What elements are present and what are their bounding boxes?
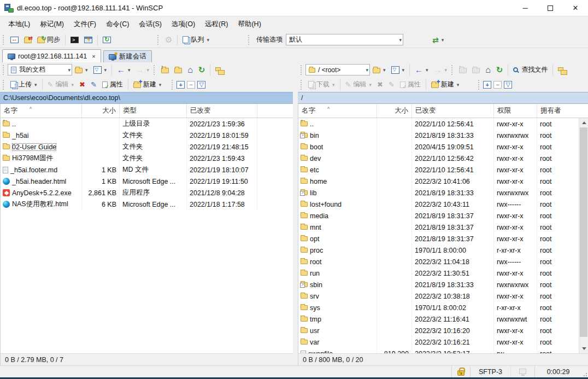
remote-new-button[interactable]: 新建▾ (428, 78, 462, 91)
remote-select-button[interactable]: + (483, 81, 491, 89)
local-properties-button[interactable]: 属性 (99, 78, 126, 91)
column-header-changed[interactable]: 已改变 (187, 104, 257, 118)
remote-directory-combo[interactable]: / <root> ▾ (305, 64, 370, 75)
file-row[interactable]: _h5ai.header.html 1 KB Microsoft Edge ..… (1, 176, 293, 187)
file-row[interactable]: run 2022/3/2 11:30:51 rwxr-xr-x root (298, 267, 579, 279)
remote-unselect-button[interactable]: − (493, 81, 502, 89)
menu-item[interactable]: 文件(F) (69, 18, 101, 31)
local-forward-button[interactable]: →▾ (133, 64, 152, 75)
file-row[interactable]: lib 2021/8/19 18:31:33 rwxrwxrwx root (298, 187, 579, 199)
session-duration[interactable]: 0:00:29 (534, 366, 581, 377)
file-row[interactable]: tmp 2022/3/2 11:16:41 rwxrwxrwt root (298, 313, 579, 325)
column-header-owner[interactable]: 拥有者 (537, 104, 579, 118)
open-console-button[interactable] (81, 35, 95, 45)
scrollbar-thumb[interactable] (580, 127, 587, 337)
file-row[interactable]: _h5ai 文件夹 2022/1/19 18:01:59 (1, 130, 293, 141)
scroll-down-icon[interactable] (579, 344, 588, 353)
file-row[interactable]: media 2021/8/19 18:31:37 rwxr-xr-x root (298, 210, 579, 221)
synchronize-button[interactable]: 同步 (34, 33, 63, 46)
file-row[interactable]: .. 2022/1/10 12:56:41 rwxr-xr-x root (298, 118, 579, 130)
local-rename-button[interactable]: ✎ (88, 79, 99, 90)
menu-item[interactable]: 命令(C) (101, 18, 134, 31)
file-row[interactable]: root 2022/3/2 11:04:18 rwx------ root (298, 256, 579, 267)
download-button[interactable]: 下载▾ (305, 78, 338, 91)
toolbar-grip[interactable] (451, 65, 455, 75)
transfer-preset-combo[interactable]: 默认▾ (286, 34, 403, 45)
remote-selection-filter-button[interactable]: ▽ (504, 81, 512, 89)
local-path-bar[interactable]: C:\Users\ecoo\Documents\dl.ecoo.top\ (0, 92, 293, 104)
column-header-size[interactable]: 大小 (82, 104, 120, 118)
toolbar-grip[interactable] (157, 35, 161, 45)
local-edit-button[interactable]: ✎编辑▾ (45, 78, 77, 91)
remote-properties-button[interactable]: 属性 (397, 78, 424, 91)
toolbar-grip[interactable] (172, 80, 175, 90)
session-tab[interactable]: root@192.168.111.141 × (2, 49, 101, 62)
synchronize-browsing-button[interactable] (21, 35, 34, 45)
toolbar-grip[interactable] (301, 80, 304, 90)
remote-refresh-button[interactable]: ↻ (493, 64, 506, 75)
remote-forward-button[interactable]: →▾ (431, 64, 450, 75)
remote-back-button[interactable]: ←▾ (412, 64, 431, 75)
local-refresh-button[interactable]: ↻ (196, 64, 208, 75)
file-row[interactable]: sbin 2021/8/19 18:31:33 rwxrwxrwx root (298, 279, 579, 290)
file-row[interactable]: usr 2022/3/2 10:16:20 rwxr-xr-x root (298, 325, 579, 336)
column-header-name[interactable]: 名字^ (1, 104, 82, 118)
close-button[interactable]: ✕ (563, 0, 588, 16)
local-home-button[interactable]: ⌂ (185, 64, 196, 76)
file-row[interactable]: mnt 2021/8/19 18:31:37 rwxr-xr-x root (298, 221, 579, 233)
file-row[interactable]: srv 2022/3/2 10:38:18 rwxr-xr-x root (298, 290, 579, 302)
toolbar-grip[interactable] (478, 80, 481, 90)
menu-item[interactable]: 标记(M) (35, 18, 69, 31)
menu-item[interactable]: 帮助(H) (233, 18, 266, 31)
session-activity[interactable] (510, 366, 534, 377)
file-row[interactable]: sys 1970/1/1 8:00:02 r-xr-xr-x root (298, 302, 579, 313)
local-selection-filter-button[interactable]: ▽ (197, 81, 205, 89)
minimize-button[interactable]: ─ (513, 0, 538, 16)
remote-follow-symlink-button[interactable] (555, 67, 566, 73)
transfer-settings-button[interactable]: ⇄▾ (430, 34, 446, 45)
column-header-size[interactable]: 大小 (377, 104, 412, 118)
refresh-session-button[interactable] (100, 35, 114, 45)
open-terminal-button[interactable] (68, 35, 81, 45)
remote-edit-button[interactable]: ✎编辑▾ (343, 78, 374, 91)
remote-open-directory-button[interactable]: ▾ (370, 65, 389, 75)
panel-splitter[interactable] (293, 62, 298, 365)
file-row[interactable]: home 2022/3/2 10:41:06 rwxr-xr-x root (298, 176, 579, 187)
maximize-button[interactable] (538, 0, 563, 16)
column-header-perms[interactable]: 权限 (494, 104, 537, 118)
local-root-directory-button[interactable] (172, 65, 185, 75)
split-panels-button[interactable] (8, 35, 21, 45)
menu-item[interactable]: 选项(O) (167, 18, 200, 31)
file-row[interactable]: var 2022/3/2 10:16:21 rwxr-xr-x root (298, 336, 579, 348)
new-session-tab[interactable]: 新建会话 (103, 50, 152, 62)
toolbar-grip[interactable] (3, 35, 6, 45)
local-unselect-button[interactable]: − (187, 81, 195, 89)
column-header-type[interactable]: 类型 (120, 104, 187, 118)
encryption-status[interactable] (451, 366, 470, 377)
local-follow-symlink-button[interactable] (213, 67, 224, 73)
close-session-icon[interactable]: × (92, 53, 95, 60)
preferences-button[interactable]: ⚙ (162, 34, 175, 45)
file-row[interactable]: boot 2020/4/15 19:09:51 rwxr-xr-x root (298, 141, 579, 153)
menu-item[interactable]: 远程(R) (200, 18, 233, 31)
column-header-changed[interactable]: 已改变 (412, 104, 494, 118)
remote-home-button[interactable]: ⌂ (483, 64, 493, 76)
file-row[interactable]: opt 2021/8/19 18:31:37 rwxr-xr-x root (298, 233, 579, 244)
file-row[interactable]: AnyDesk+5.2.2.exe 2,861 KB 应用程序 2021/12/… (1, 187, 293, 199)
toolbar-grip[interactable] (248, 35, 251, 45)
local-delete-button[interactable]: ✖ (77, 79, 88, 90)
local-open-directory-button[interactable]: ▾ (72, 65, 91, 75)
file-row[interactable]: etc 2022/1/10 12:56:41 rwxr-xr-x root (298, 164, 579, 176)
local-back-button[interactable]: ←▾ (114, 64, 133, 75)
file-row[interactable]: swapfile 819,200 2022/3/2 10:52:17 rw---… (298, 348, 579, 353)
file-row[interactable]: proc 1970/1/1 8:00:00 r-xr-xr-x root (298, 244, 579, 256)
remote-delete-button[interactable]: ✖ (374, 79, 386, 90)
queue-button[interactable]: 队列▾ (180, 33, 212, 46)
protocol-status[interactable]: SFTP-3 (470, 366, 510, 377)
file-row[interactable]: NAS使用教程.html 6 KB Microsoft Edge ... 202… (1, 199, 293, 210)
file-row[interactable]: .. 上级目录 2022/1/23 1:59:36 (1, 118, 293, 130)
find-files-button[interactable]: 查找文件 (510, 63, 550, 76)
remote-parent-directory-button[interactable] (456, 65, 469, 75)
local-parent-directory-button[interactable] (158, 65, 172, 75)
local-filter-button[interactable]: ▾ (91, 65, 110, 75)
